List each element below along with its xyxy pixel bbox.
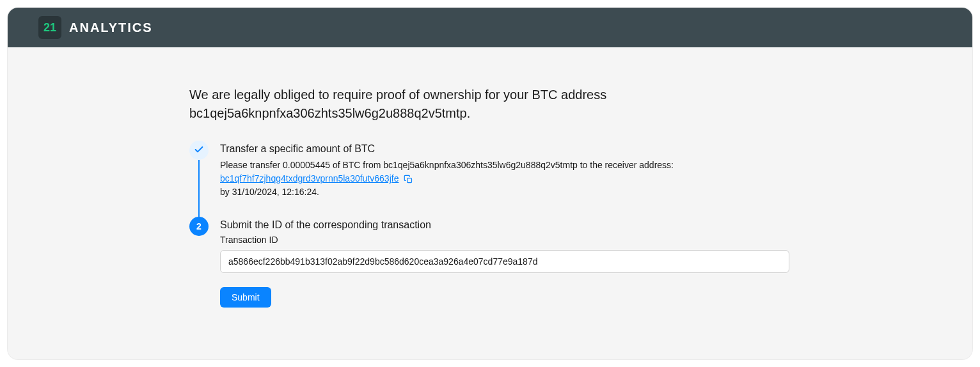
brand-logo: 21 ANALYTICS [38,16,153,39]
step-1-body: Transfer a specific amount of BTC Please… [220,141,791,199]
step-1-desc-prefix: Please transfer 0.00005445 of BTC from b… [220,160,674,170]
brand-badge: 21 [38,16,61,39]
app-window: 21 ANALYTICS We are legally obliged to r… [8,8,972,359]
step-1: Transfer a specific amount of BTC Please… [189,141,791,199]
app-header: 21 ANALYTICS [8,8,972,47]
step-1-badge [189,141,209,160]
submit-button[interactable]: Submit [220,287,271,308]
copy-icon[interactable] [404,175,413,184]
main-content: We are legally obliged to require proof … [189,47,791,308]
brand-name: ANALYTICS [69,20,153,35]
transaction-id-input[interactable] [220,250,789,273]
step-2-badge: 2 [189,217,209,236]
step-2-title: Submit the ID of the corresponding trans… [220,217,791,231]
intro-text: We are legally obliged to require proof … [189,86,791,123]
svg-rect-0 [407,178,412,182]
step-1-title: Transfer a specific amount of BTC [220,141,791,155]
steps-list: Transfer a specific amount of BTC Please… [189,141,791,308]
step-2-body: Submit the ID of the corresponding trans… [220,217,791,308]
step-2: 2 Submit the ID of the corresponding tra… [189,217,791,308]
transaction-id-label: Transaction ID [220,235,791,245]
step-1-deadline: by 31/10/2024, 12:16:24. [220,187,319,197]
check-icon [194,144,204,157]
intro-line-1: We are legally obliged to require proof … [189,88,606,102]
step-1-description: Please transfer 0.00005445 of BTC from b… [220,159,791,199]
receiver-address-link[interactable]: bc1qf7hf7zjhqg4txdgrd3vprnn5la30futv663j… [220,173,399,184]
intro-line-2: bc1qej5a6knpnfxa306zhts35lw6g2u888q2v5tm… [189,106,470,120]
